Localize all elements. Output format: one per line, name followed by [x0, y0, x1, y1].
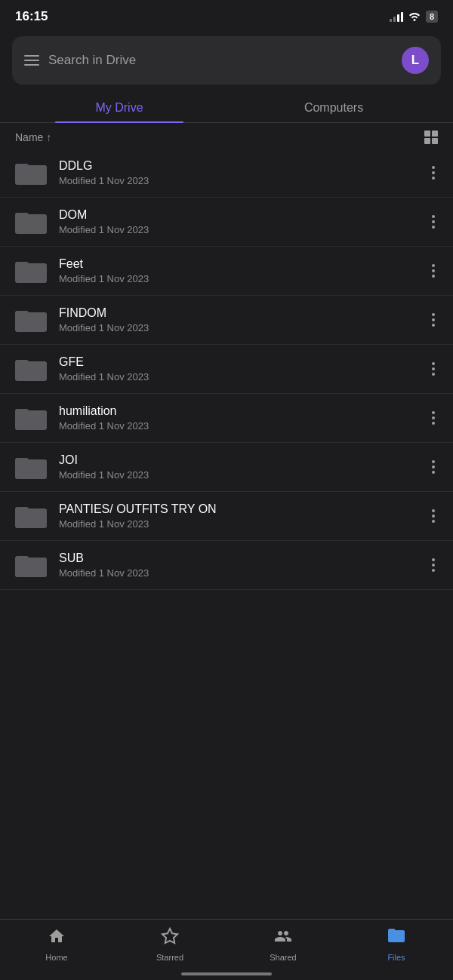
home-indicator: [181, 972, 272, 975]
list-item[interactable]: GFE Modified 1 Nov 2023: [0, 345, 453, 394]
svg-marker-18: [162, 929, 177, 943]
wifi-icon: [408, 11, 421, 23]
file-list: DDLG Modified 1 Nov 2023 DOM Modified 1 …: [0, 149, 453, 590]
folder-icon: [15, 355, 47, 382]
file-name: Feet: [59, 257, 417, 271]
file-name: DDLG: [59, 159, 417, 173]
file-info: Feet Modified 1 Nov 2023: [59, 257, 417, 284]
folder-icon: [15, 453, 47, 481]
status-time: 16:15: [15, 9, 48, 24]
file-info: FINDOM Modified 1 Nov 2023: [59, 306, 417, 333]
sort-label[interactable]: Name ↑: [15, 131, 51, 143]
sort-header: Name ↑: [0, 123, 453, 149]
file-info: humiliation Modified 1 Nov 2023: [59, 404, 417, 432]
svg-rect-13: [15, 458, 29, 464]
nav-shared[interactable]: Shared: [260, 927, 306, 962]
shared-icon: [274, 927, 292, 950]
folder-icon: [15, 159, 47, 186]
search-bar[interactable]: Search in Drive L: [12, 36, 441, 84]
nav-files[interactable]: Files: [374, 927, 419, 962]
file-modified: Modified 1 Nov 2023: [59, 371, 417, 382]
svg-rect-5: [15, 262, 29, 268]
battery-icon: 8: [426, 11, 438, 23]
more-options-icon[interactable]: [429, 555, 438, 575]
folder-icon: [15, 502, 47, 530]
list-item[interactable]: DOM Modified 1 Nov 2023: [0, 198, 453, 247]
search-placeholder: Search in Drive: [48, 53, 393, 68]
more-options-icon[interactable]: [429, 408, 438, 428]
file-info: JOI Modified 1 Nov 2023: [59, 453, 417, 481]
folder-icon: [15, 404, 47, 432]
tab-my-drive[interactable]: My Drive: [12, 94, 226, 122]
content-area: Name ↑ DDLG Modified 1 Nov 2023: [0, 123, 453, 650]
file-name: FINDOM: [59, 306, 417, 320]
avatar[interactable]: L: [402, 47, 429, 74]
list-item[interactable]: PANTIES/ OUTFITS TRY ON Modified 1 Nov 2…: [0, 492, 453, 541]
more-options-icon[interactable]: [429, 359, 438, 379]
file-modified: Modified 1 Nov 2023: [59, 224, 417, 235]
file-info: PANTIES/ OUTFITS TRY ON Modified 1 Nov 2…: [59, 502, 417, 530]
file-name: DOM: [59, 208, 417, 222]
folder-icon: [15, 257, 47, 284]
list-item[interactable]: SUB Modified 1 Nov 2023: [0, 541, 453, 590]
file-name: SUB: [59, 551, 417, 565]
folder-icon: [15, 551, 47, 579]
view-toggle-icon[interactable]: [424, 131, 438, 144]
nav-starred[interactable]: Starred: [147, 927, 193, 962]
svg-rect-7: [15, 311, 29, 317]
svg-rect-15: [15, 507, 29, 513]
file-modified: Modified 1 Nov 2023: [59, 420, 417, 432]
file-name: PANTIES/ OUTFITS TRY ON: [59, 502, 417, 516]
nav-starred-label: Starred: [156, 953, 183, 962]
menu-icon[interactable]: [24, 55, 39, 66]
file-info: DOM Modified 1 Nov 2023: [59, 208, 417, 235]
list-item[interactable]: Feet Modified 1 Nov 2023: [0, 247, 453, 296]
tabs-container: My Drive Computers: [0, 94, 453, 123]
starred-icon: [161, 927, 179, 950]
list-item[interactable]: FINDOM Modified 1 Nov 2023: [0, 296, 453, 345]
nav-files-label: Files: [387, 953, 405, 962]
file-name: GFE: [59, 355, 417, 369]
files-icon: [387, 927, 406, 950]
tab-computers[interactable]: Computers: [226, 94, 441, 122]
svg-rect-9: [15, 360, 29, 366]
more-options-icon[interactable]: [429, 457, 438, 477]
status-bar: 16:15 8: [0, 0, 453, 30]
file-name: JOI: [59, 453, 417, 467]
file-name: humiliation: [59, 404, 417, 418]
file-info: DDLG Modified 1 Nov 2023: [59, 159, 417, 186]
file-modified: Modified 1 Nov 2023: [59, 273, 417, 284]
more-options-icon[interactable]: [429, 261, 438, 281]
svg-rect-1: [15, 164, 29, 170]
more-options-icon[interactable]: [429, 163, 438, 183]
file-modified: Modified 1 Nov 2023: [59, 469, 417, 481]
svg-rect-17: [15, 556, 29, 562]
svg-rect-3: [15, 213, 29, 219]
nav-home-label: Home: [45, 953, 67, 962]
nav-home[interactable]: Home: [34, 927, 79, 962]
file-info: GFE Modified 1 Nov 2023: [59, 355, 417, 382]
svg-rect-11: [15, 409, 29, 415]
list-item[interactable]: humiliation Modified 1 Nov 2023: [0, 394, 453, 443]
file-modified: Modified 1 Nov 2023: [59, 518, 417, 530]
home-icon: [48, 927, 66, 950]
file-modified: Modified 1 Nov 2023: [59, 567, 417, 579]
file-modified: Modified 1 Nov 2023: [59, 322, 417, 333]
file-info: SUB Modified 1 Nov 2023: [59, 551, 417, 579]
more-options-icon[interactable]: [429, 506, 438, 526]
folder-icon: [15, 208, 47, 235]
nav-shared-label: Shared: [270, 953, 296, 962]
list-item[interactable]: JOI Modified 1 Nov 2023: [0, 443, 453, 492]
file-modified: Modified 1 Nov 2023: [59, 175, 417, 186]
list-item[interactable]: DDLG Modified 1 Nov 2023: [0, 149, 453, 198]
status-icons: 8: [390, 11, 438, 23]
signal-icon: [390, 11, 403, 22]
folder-icon: [15, 306, 47, 333]
more-options-icon[interactable]: [429, 212, 438, 232]
bottom-nav: Home Starred Shared Files: [0, 919, 453, 980]
more-options-icon[interactable]: [429, 310, 438, 330]
